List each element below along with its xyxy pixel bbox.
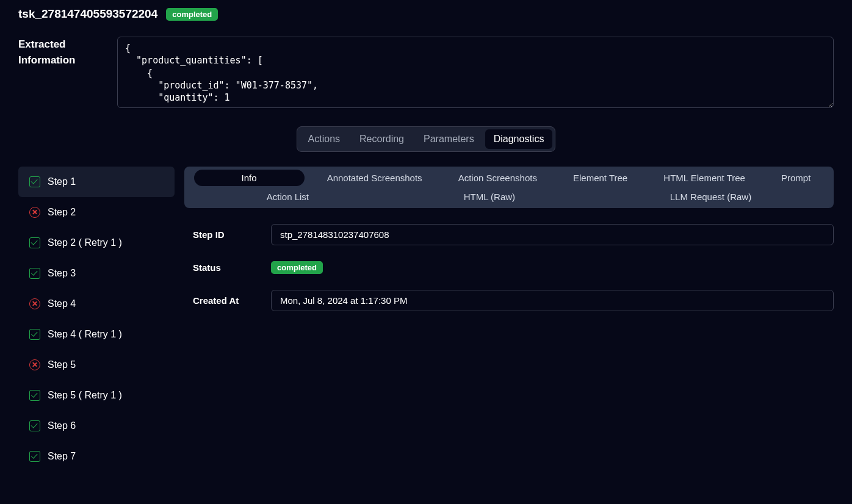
subtab-info[interactable]: Info [194,170,305,186]
info-row-created: Created At Mon, Jul 8, 2024 at 1:17:30 P… [193,290,834,311]
step-item[interactable]: Step 4 ( Retry 1 ) [18,319,175,350]
info-row-step-id: Step ID stp_278148310237407608 [193,224,834,245]
step-label: Step 3 [48,268,76,279]
tab-recording[interactable]: Recording [351,129,413,149]
extracted-label: Extracted Information [18,37,95,69]
step-label: Step 5 [48,359,76,370]
subtab-llm-request-raw-[interactable]: LLM Request (Raw) [657,189,765,205]
subtab-element-tree[interactable]: Element Tree [560,170,641,186]
subtabs: InfoAnnotated ScreenshotsAction Screensh… [184,167,834,208]
step-label: Step 4 ( Retry 1 ) [48,329,122,340]
extracted-section: Extracted Information { "product_quantit… [0,32,852,120]
subtab-action-screenshots[interactable]: Action Screenshots [445,170,551,186]
step-label: Step 1 [48,176,76,187]
step-item[interactable]: Step 4 [18,289,175,319]
step-id-value[interactable]: stp_278148310237407608 [271,224,834,245]
task-id: tsk_278147405593572204 [18,7,157,21]
step-item[interactable]: Step 7 [18,441,175,472]
tab-actions[interactable]: Actions [300,129,348,149]
step-label: Step 2 [48,207,76,218]
check-icon [29,176,40,187]
created-at-value[interactable]: Mon, Jul 8, 2024 at 1:17:30 PM [271,290,834,311]
subtab-annotated-screenshots[interactable]: Annotated Screenshots [314,170,436,186]
step-item[interactable]: Step 5 ( Retry 1 ) [18,380,175,411]
subtab-html-element-tree[interactable]: HTML Element Tree [650,170,759,186]
subtab-prompt[interactable]: Prompt [768,170,824,186]
check-icon [29,329,40,340]
step-label: Step 5 ( Retry 1 ) [48,390,122,401]
step-id-label: Step ID [193,229,271,240]
main-area: Step 1Step 2Step 2 ( Retry 1 )Step 3Step… [0,167,852,472]
tab-diagnostics[interactable]: Diagnostics [485,129,553,149]
x-icon [29,359,40,370]
tab-parameters[interactable]: Parameters [415,129,483,149]
check-icon [29,420,40,431]
x-icon [29,207,40,218]
status-label: Status [193,262,271,273]
step-item[interactable]: Step 1 [18,167,175,197]
top-tabs-container: ActionsRecordingParametersDiagnostics [0,120,852,167]
step-item[interactable]: Step 5 [18,350,175,380]
check-icon [29,451,40,462]
x-icon [29,298,40,309]
step-status-badge: completed [271,261,323,274]
step-item[interactable]: Step 3 [18,258,175,289]
step-label: Step 2 ( Retry 1 ) [48,237,122,248]
step-label: Step 7 [48,451,76,462]
info-row-status: Status completed [193,261,834,274]
steps-list: Step 1Step 2Step 2 ( Retry 1 )Step 3Step… [18,167,175,472]
step-item[interactable]: Step 2 ( Retry 1 ) [18,228,175,258]
step-label: Step 4 [48,298,76,309]
status-badge: completed [166,8,218,21]
subtab-action-list[interactable]: Action List [253,189,322,205]
created-at-label: Created At [193,295,271,306]
step-item[interactable]: Step 6 [18,411,175,441]
check-icon [29,268,40,279]
check-icon [29,237,40,248]
info-panel: Step ID stp_278148310237407608 Status co… [184,208,834,311]
top-tabs: ActionsRecordingParametersDiagnostics [297,126,556,152]
step-item[interactable]: Step 2 [18,197,175,228]
header-row: tsk_278147405593572204 completed [0,0,852,32]
subtab-html-raw-[interactable]: HTML (Raw) [450,189,529,205]
check-icon [29,390,40,401]
step-label: Step 6 [48,420,76,431]
detail-column: InfoAnnotated ScreenshotsAction Screensh… [184,167,834,472]
extracted-content[interactable]: { "product_quantities": [ { "product_id"… [117,37,834,108]
